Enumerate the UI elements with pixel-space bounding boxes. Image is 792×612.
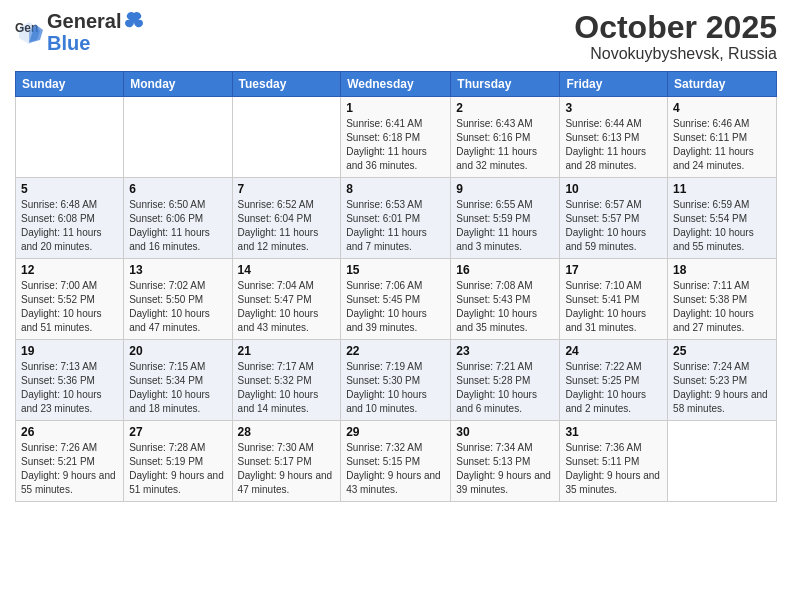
calendar-cell [668, 421, 777, 502]
day-info: Sunrise: 6:53 AMSunset: 6:01 PMDaylight:… [346, 198, 445, 254]
day-number: 1 [346, 101, 445, 115]
day-number: 21 [238, 344, 336, 358]
day-number: 4 [673, 101, 771, 115]
day-number: 22 [346, 344, 445, 358]
calendar-cell: 12Sunrise: 7:00 AMSunset: 5:52 PMDayligh… [16, 259, 124, 340]
day-number: 20 [129, 344, 226, 358]
day-info: Sunrise: 7:02 AMSunset: 5:50 PMDaylight:… [129, 279, 226, 335]
day-header-tuesday: Tuesday [232, 72, 341, 97]
calendar-cell: 4Sunrise: 6:46 AMSunset: 6:11 PMDaylight… [668, 97, 777, 178]
title-area: October 2025 Novokuybyshevsk, Russia [574, 10, 777, 63]
day-number: 10 [565, 182, 662, 196]
calendar-cell: 10Sunrise: 6:57 AMSunset: 5:57 PMDayligh… [560, 178, 668, 259]
day-number: 11 [673, 182, 771, 196]
calendar-table: SundayMondayTuesdayWednesdayThursdayFrid… [15, 71, 777, 502]
day-info: Sunrise: 7:17 AMSunset: 5:32 PMDaylight:… [238, 360, 336, 416]
calendar-cell: 1Sunrise: 6:41 AMSunset: 6:18 PMDaylight… [341, 97, 451, 178]
day-number: 13 [129, 263, 226, 277]
calendar-header-row: SundayMondayTuesdayWednesdayThursdayFrid… [16, 72, 777, 97]
day-info: Sunrise: 7:19 AMSunset: 5:30 PMDaylight:… [346, 360, 445, 416]
day-info: Sunrise: 6:43 AMSunset: 6:16 PMDaylight:… [456, 117, 554, 173]
logo-text: General Blue [47, 10, 145, 54]
day-number: 24 [565, 344, 662, 358]
day-number: 18 [673, 263, 771, 277]
day-header-sunday: Sunday [16, 72, 124, 97]
day-info: Sunrise: 7:22 AMSunset: 5:25 PMDaylight:… [565, 360, 662, 416]
calendar-cell: 18Sunrise: 7:11 AMSunset: 5:38 PMDayligh… [668, 259, 777, 340]
calendar-cell: 16Sunrise: 7:08 AMSunset: 5:43 PMDayligh… [451, 259, 560, 340]
day-info: Sunrise: 7:04 AMSunset: 5:47 PMDaylight:… [238, 279, 336, 335]
header: Gen General Blue October 2025 [15, 10, 777, 63]
calendar-cell: 22Sunrise: 7:19 AMSunset: 5:30 PMDayligh… [341, 340, 451, 421]
day-number: 17 [565, 263, 662, 277]
day-info: Sunrise: 7:28 AMSunset: 5:19 PMDaylight:… [129, 441, 226, 497]
calendar-cell: 27Sunrise: 7:28 AMSunset: 5:19 PMDayligh… [124, 421, 232, 502]
calendar-cell: 6Sunrise: 6:50 AMSunset: 6:06 PMDaylight… [124, 178, 232, 259]
calendar-cell [124, 97, 232, 178]
day-number: 8 [346, 182, 445, 196]
day-number: 16 [456, 263, 554, 277]
logo-blue: Blue [47, 32, 145, 54]
day-info: Sunrise: 7:15 AMSunset: 5:34 PMDaylight:… [129, 360, 226, 416]
day-info: Sunrise: 7:06 AMSunset: 5:45 PMDaylight:… [346, 279, 445, 335]
day-info: Sunrise: 6:55 AMSunset: 5:59 PMDaylight:… [456, 198, 554, 254]
day-number: 6 [129, 182, 226, 196]
day-number: 30 [456, 425, 554, 439]
logo-bird-icon [123, 10, 145, 32]
day-info: Sunrise: 6:57 AMSunset: 5:57 PMDaylight:… [565, 198, 662, 254]
day-info: Sunrise: 7:00 AMSunset: 5:52 PMDaylight:… [21, 279, 118, 335]
calendar-cell: 28Sunrise: 7:30 AMSunset: 5:17 PMDayligh… [232, 421, 341, 502]
calendar-cell: 14Sunrise: 7:04 AMSunset: 5:47 PMDayligh… [232, 259, 341, 340]
day-info: Sunrise: 7:30 AMSunset: 5:17 PMDaylight:… [238, 441, 336, 497]
day-info: Sunrise: 7:36 AMSunset: 5:11 PMDaylight:… [565, 441, 662, 497]
day-info: Sunrise: 7:34 AMSunset: 5:13 PMDaylight:… [456, 441, 554, 497]
day-info: Sunrise: 7:26 AMSunset: 5:21 PMDaylight:… [21, 441, 118, 497]
day-info: Sunrise: 6:52 AMSunset: 6:04 PMDaylight:… [238, 198, 336, 254]
calendar-cell [232, 97, 341, 178]
day-number: 5 [21, 182, 118, 196]
day-number: 2 [456, 101, 554, 115]
calendar-cell: 20Sunrise: 7:15 AMSunset: 5:34 PMDayligh… [124, 340, 232, 421]
calendar-cell: 11Sunrise: 6:59 AMSunset: 5:54 PMDayligh… [668, 178, 777, 259]
day-info: Sunrise: 6:46 AMSunset: 6:11 PMDaylight:… [673, 117, 771, 173]
day-info: Sunrise: 7:11 AMSunset: 5:38 PMDaylight:… [673, 279, 771, 335]
day-info: Sunrise: 6:50 AMSunset: 6:06 PMDaylight:… [129, 198, 226, 254]
calendar-cell: 21Sunrise: 7:17 AMSunset: 5:32 PMDayligh… [232, 340, 341, 421]
day-info: Sunrise: 7:21 AMSunset: 5:28 PMDaylight:… [456, 360, 554, 416]
page-container: Gen General Blue October 2025 [0, 0, 792, 512]
day-number: 25 [673, 344, 771, 358]
day-header-thursday: Thursday [451, 72, 560, 97]
calendar-cell: 23Sunrise: 7:21 AMSunset: 5:28 PMDayligh… [451, 340, 560, 421]
calendar-week-3: 12Sunrise: 7:00 AMSunset: 5:52 PMDayligh… [16, 259, 777, 340]
day-info: Sunrise: 7:13 AMSunset: 5:36 PMDaylight:… [21, 360, 118, 416]
day-info: Sunrise: 6:44 AMSunset: 6:13 PMDaylight:… [565, 117, 662, 173]
day-number: 15 [346, 263, 445, 277]
day-header-friday: Friday [560, 72, 668, 97]
calendar-cell [16, 97, 124, 178]
day-number: 27 [129, 425, 226, 439]
day-number: 12 [21, 263, 118, 277]
calendar-week-2: 5Sunrise: 6:48 AMSunset: 6:08 PMDaylight… [16, 178, 777, 259]
day-number: 3 [565, 101, 662, 115]
calendar-cell: 19Sunrise: 7:13 AMSunset: 5:36 PMDayligh… [16, 340, 124, 421]
day-info: Sunrise: 6:41 AMSunset: 6:18 PMDaylight:… [346, 117, 445, 173]
calendar-cell: 31Sunrise: 7:36 AMSunset: 5:11 PMDayligh… [560, 421, 668, 502]
logo-icon: Gen [15, 18, 43, 46]
calendar-cell: 15Sunrise: 7:06 AMSunset: 5:45 PMDayligh… [341, 259, 451, 340]
calendar-cell: 7Sunrise: 6:52 AMSunset: 6:04 PMDaylight… [232, 178, 341, 259]
day-info: Sunrise: 7:08 AMSunset: 5:43 PMDaylight:… [456, 279, 554, 335]
calendar-week-1: 1Sunrise: 6:41 AMSunset: 6:18 PMDaylight… [16, 97, 777, 178]
calendar-cell: 3Sunrise: 6:44 AMSunset: 6:13 PMDaylight… [560, 97, 668, 178]
logo-general: General [47, 10, 121, 32]
calendar-cell: 2Sunrise: 6:43 AMSunset: 6:16 PMDaylight… [451, 97, 560, 178]
calendar-cell: 8Sunrise: 6:53 AMSunset: 6:01 PMDaylight… [341, 178, 451, 259]
day-info: Sunrise: 7:24 AMSunset: 5:23 PMDaylight:… [673, 360, 771, 416]
calendar-cell: 29Sunrise: 7:32 AMSunset: 5:15 PMDayligh… [341, 421, 451, 502]
calendar-cell: 24Sunrise: 7:22 AMSunset: 5:25 PMDayligh… [560, 340, 668, 421]
calendar-cell: 13Sunrise: 7:02 AMSunset: 5:50 PMDayligh… [124, 259, 232, 340]
day-number: 9 [456, 182, 554, 196]
day-info: Sunrise: 6:48 AMSunset: 6:08 PMDaylight:… [21, 198, 118, 254]
day-info: Sunrise: 7:10 AMSunset: 5:41 PMDaylight:… [565, 279, 662, 335]
calendar-week-4: 19Sunrise: 7:13 AMSunset: 5:36 PMDayligh… [16, 340, 777, 421]
day-header-saturday: Saturday [668, 72, 777, 97]
